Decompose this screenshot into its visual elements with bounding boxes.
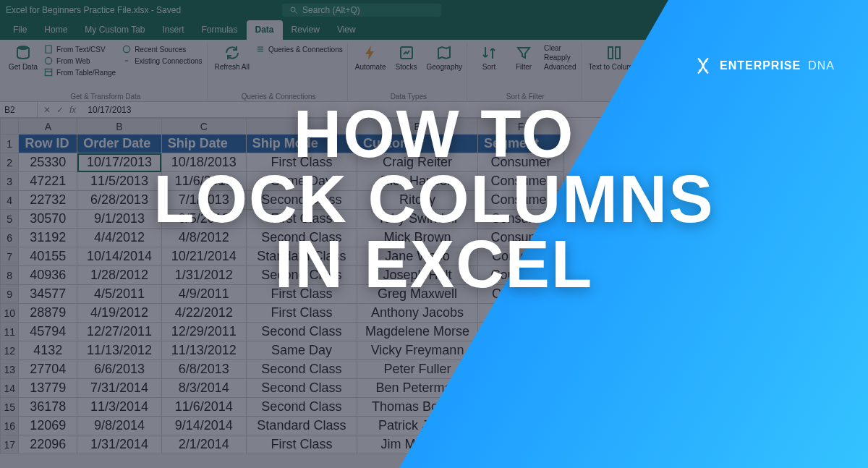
row-header-12[interactable]: 12 — [1, 341, 19, 360]
sort-button[interactable]: Sort — [475, 44, 503, 71]
geography-button[interactable]: Geography — [427, 44, 462, 71]
cell-F13[interactable]: Consumer — [478, 360, 564, 379]
cell-C12[interactable]: 11/13/2012 — [161, 341, 246, 360]
cell-D8[interactable]: Second Class — [246, 266, 357, 285]
column-header-D[interactable]: D — [246, 119, 357, 135]
cell-D6[interactable]: Second Class — [246, 229, 357, 247]
cell-E9[interactable]: Greg Maxwell — [357, 285, 478, 304]
cell-F6[interactable]: Consumer — [478, 229, 564, 247]
cell-E10[interactable]: Anthony Jacobs — [357, 304, 478, 323]
cell-E11[interactable]: Magdelene Morse — [357, 323, 478, 341]
cell-C16[interactable]: 9/14/2014 — [161, 417, 246, 435]
search-input[interactable]: Search (Alt+Q) — [282, 4, 441, 17]
row-header-13[interactable]: 13 — [1, 360, 19, 379]
cell-B3[interactable]: 11/5/2013 — [77, 172, 162, 191]
cell-E5[interactable]: Toby Swindell — [357, 210, 478, 229]
cell-A7[interactable]: 40155 — [19, 247, 77, 266]
cell-A6[interactable]: 31192 — [19, 229, 77, 247]
existing-connections-button[interactable]: Existing Connections — [122, 56, 202, 66]
cell-D9[interactable]: First Class — [246, 285, 357, 304]
queries-button[interactable]: Queries & Connections — [255, 44, 343, 54]
refresh-all-button[interactable]: Refresh All — [215, 44, 250, 71]
tab-view[interactable]: View — [328, 20, 365, 40]
formula-input[interactable]: 10/17/2013 — [82, 105, 868, 115]
column-header-F[interactable]: F — [478, 119, 564, 135]
cell-D10[interactable]: First Class — [246, 304, 357, 323]
cell-A5[interactable]: 30570 — [19, 210, 77, 229]
cell-A15[interactable]: 36178 — [19, 398, 77, 417]
header-cell[interactable]: Ship Date — [161, 135, 246, 153]
cell-D7[interactable]: Standard Class — [246, 247, 357, 266]
tab-formulas[interactable]: Formulas — [193, 20, 247, 40]
cell-B11[interactable]: 12/27/2011 — [77, 323, 162, 341]
cell-D12[interactable]: Same Day — [246, 341, 357, 360]
cell-F5[interactable]: Consumer — [478, 210, 564, 229]
cell-B14[interactable]: 7/31/2014 — [77, 379, 162, 398]
row-header-3[interactable]: 3 — [1, 172, 19, 191]
select-all-cell[interactable] — [1, 119, 19, 135]
cell-B16[interactable]: 9/8/2014 — [77, 417, 162, 435]
row-header-15[interactable]: 15 — [1, 398, 19, 417]
row-header-11[interactable]: 11 — [1, 323, 19, 341]
cell-E7[interactable]: Jane Waco — [357, 247, 478, 266]
header-cell[interactable]: Segment — [478, 135, 564, 153]
cell-C3[interactable]: 11/6/2013 — [161, 172, 246, 191]
cell-B12[interactable]: 11/13/2012 — [77, 341, 162, 360]
cell-F14[interactable]: Corporate — [478, 379, 564, 398]
cell-F7[interactable]: Corporate — [478, 247, 564, 266]
cell-B17[interactable]: 1/31/2014 — [77, 435, 162, 454]
cell-A3[interactable]: 47221 — [19, 172, 77, 191]
row-header-9[interactable]: 9 — [1, 285, 19, 304]
cell-A4[interactable]: 22732 — [19, 191, 77, 210]
cell-F3[interactable]: Consumer — [478, 172, 564, 191]
cell-C15[interactable]: 11/6/2014 — [161, 398, 246, 417]
cell-F12[interactable]: Home Office — [478, 341, 564, 360]
cell-F11[interactable]: Consumer — [478, 323, 564, 341]
cell-E8[interactable]: Joseph Holt — [357, 266, 478, 285]
cell-A16[interactable]: 12069 — [19, 417, 77, 435]
cell-C11[interactable]: 12/29/2011 — [161, 323, 246, 341]
row-header-1[interactable]: 1 — [1, 135, 19, 153]
stocks-button[interactable]: Stocks — [392, 44, 421, 71]
from-text-button[interactable]: From Text/CSV — [43, 44, 116, 54]
cell-E12[interactable]: Vicky Freymann — [357, 341, 478, 360]
cell-B4[interactable]: 6/28/2013 — [77, 191, 162, 210]
cell-B7[interactable]: 10/14/2014 — [77, 247, 162, 266]
cell-D16[interactable]: Standard Class — [246, 417, 357, 435]
cell-E13[interactable]: Peter Fuller — [357, 360, 478, 379]
row-header-10[interactable]: 10 — [1, 304, 19, 323]
header-cell[interactable]: Ship Mode — [246, 135, 357, 153]
row-header-8[interactable]: 8 — [1, 266, 19, 285]
cell-C10[interactable]: 4/22/2012 — [161, 304, 246, 323]
cell-A17[interactable]: 22096 — [19, 435, 77, 454]
row-header-16[interactable]: 16 — [1, 417, 19, 435]
cell-D2[interactable]: First Class — [246, 153, 357, 172]
cell-B13[interactable]: 6/6/2013 — [77, 360, 162, 379]
from-table-button[interactable]: From Table/Range — [43, 67, 116, 77]
row-header-6[interactable]: 6 — [1, 229, 19, 247]
cell-C13[interactable]: 6/8/2013 — [161, 360, 246, 379]
cell-E4[interactable]: Ritchy — [357, 191, 478, 210]
reapply-button[interactable]: Reapply — [544, 54, 576, 61]
row-header-2[interactable]: 2 — [1, 153, 19, 172]
tab-home[interactable]: Home — [35, 20, 76, 40]
cell-A8[interactable]: 40936 — [19, 266, 77, 285]
header-cell[interactable]: Order Date — [77, 135, 162, 153]
cell-F15[interactable]: Corporate — [478, 398, 564, 417]
cell-C7[interactable]: 10/21/2014 — [161, 247, 246, 266]
automate-button[interactable]: Automate — [355, 44, 386, 71]
advanced-button[interactable]: Advanced — [544, 63, 576, 71]
cell-A9[interactable]: 34577 — [19, 285, 77, 304]
spreadsheet-grid[interactable]: ABCDEF1Row IDOrder DateShip DateShip Mod… — [0, 118, 868, 454]
cell-E2[interactable]: Craig Reiter — [357, 153, 478, 172]
cell-D11[interactable]: Second Class — [246, 323, 357, 341]
cell-B9[interactable]: 4/5/2011 — [77, 285, 162, 304]
cell-C6[interactable]: 4/8/2012 — [161, 229, 246, 247]
cell-E14[interactable]: Ben Peterman — [357, 379, 478, 398]
cell-C2[interactable]: 10/18/2013 — [161, 153, 246, 172]
column-header-B[interactable]: B — [77, 119, 162, 135]
row-header-4[interactable]: 4 — [1, 191, 19, 210]
tab-insert[interactable]: Insert — [154, 20, 193, 40]
cell-F17[interactable]: Corporate — [478, 435, 564, 454]
cell-D15[interactable]: Second Class — [246, 398, 357, 417]
